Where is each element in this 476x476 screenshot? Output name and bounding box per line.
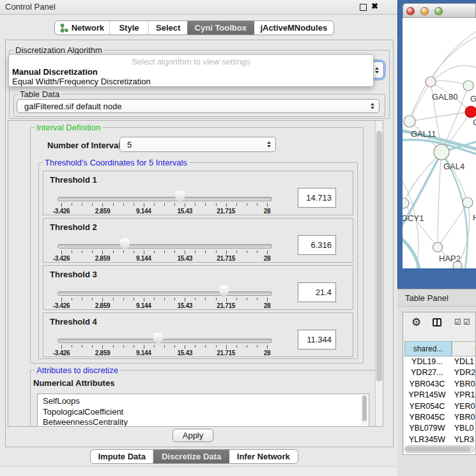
- close-icon[interactable]: ✖: [371, 1, 378, 11]
- table-row[interactable]: YLR345WYLR3: [404, 434, 476, 445]
- tick-label: 2.859: [95, 302, 111, 309]
- cell-shared-name[interactable]: YER054C: [404, 401, 450, 412]
- slider-track[interactable]: [58, 291, 272, 296]
- zoom-traffic-light[interactable]: [434, 7, 443, 15]
- threshold-value-field[interactable]: 6.316: [298, 235, 336, 255]
- slider-track[interactable]: [58, 197, 272, 201]
- tab-discretize-data[interactable]: Discretize Data: [153, 450, 229, 463]
- tick-mark: [267, 345, 268, 349]
- tab-network[interactable]: Network: [55, 21, 110, 35]
- cell-shared-name[interactable]: YLR345W: [404, 434, 450, 445]
- slider-track[interactable]: [58, 339, 272, 343]
- popup-option-equal-width-frequency[interactable]: Equal Width/Frequency Discretization: [12, 77, 151, 86]
- tick-mark: [123, 203, 124, 206]
- network-node-gal4[interactable]: [434, 144, 449, 160]
- network-node-gcy1[interactable]: [403, 198, 409, 208]
- network-node-c[interactable]: [465, 106, 476, 118]
- table-row[interactable]: YBR045CYBR0: [404, 412, 476, 423]
- tick-mark: [216, 203, 217, 206]
- cell-shared-name[interactable]: YDR27...: [404, 367, 450, 378]
- scrollbar-thumb[interactable]: [362, 395, 367, 421]
- settings-gear-icon[interactable]: ⚙: [411, 316, 421, 328]
- column-header-name[interactable]: na: [452, 341, 476, 357]
- tab-jactivemnodules[interactable]: jActiveMNodules: [254, 21, 334, 35]
- table-row[interactable]: YER054CYER0: [404, 401, 476, 412]
- table-row[interactable]: YBR043CYBR0: [404, 379, 476, 390]
- scrollbar-thumb[interactable]: [406, 447, 470, 452]
- cell-name[interactable]: YLR3: [450, 434, 476, 445]
- slider-thumb[interactable]: [219, 286, 229, 298]
- tab-label: Style: [119, 23, 139, 33]
- tab-select[interactable]: Select: [149, 21, 187, 35]
- tab-label: Network: [72, 23, 104, 33]
- tick-mark: [154, 298, 155, 300]
- tick-label: 15.43: [177, 302, 192, 309]
- slider-thumb[interactable]: [153, 333, 163, 345]
- attribute-list-item[interactable]: TopologicalCoefficient: [38, 407, 369, 418]
- minimize-traffic-light[interactable]: [420, 7, 429, 15]
- table-data-select[interactable]: galFiltered.sif default node: [17, 99, 380, 113]
- threshold-value-field[interactable]: 11.344: [298, 330, 336, 349]
- slider-thumb[interactable]: [175, 191, 185, 203]
- network-node-gal11[interactable]: [404, 116, 415, 127]
- popup-option-manual-discretization[interactable]: Manual Discretization: [12, 67, 98, 77]
- network-node[interactable]: [453, 261, 462, 268]
- threshold-value-field[interactable]: 21.4: [298, 282, 336, 302]
- horizontal-scrollbar[interactable]: [404, 445, 475, 453]
- cell-name[interactable]: YBL0: [450, 423, 476, 434]
- tick-mark: [195, 298, 196, 300]
- checkbox-icon[interactable]: ☑: [463, 318, 470, 326]
- column-header-shared-name[interactable]: shared...: [404, 341, 452, 357]
- cell-shared-name[interactable]: YBR043C: [404, 379, 450, 390]
- cell-name[interactable]: YPR1: [450, 390, 476, 401]
- float-window-icon[interactable]: [360, 4, 367, 11]
- attribute-list-item[interactable]: SelfLoops: [38, 396, 369, 407]
- network-node-hap2[interactable]: [433, 243, 443, 252]
- node-label: GAL4: [443, 162, 464, 171]
- checkbox-icon[interactable]: ☑: [454, 318, 461, 326]
- table-row[interactable]: YPR145WYPR1: [404, 390, 476, 401]
- tab-cyni-toolbox[interactable]: Cyni Toolbox: [187, 21, 254, 35]
- slider-track[interactable]: [58, 244, 272, 249]
- cell-name[interactable]: YDR2: [450, 367, 476, 378]
- tick-mark: [257, 345, 257, 348]
- network-canvas[interactable]: GAL80GACGAL11GAL4GCY1HHAP2: [403, 18, 476, 268]
- cell-shared-name[interactable]: YPR145W: [404, 390, 450, 401]
- tick-label: 21.715: [217, 208, 235, 215]
- intervals-value: 5: [127, 140, 132, 150]
- tick-mark: [257, 203, 257, 206]
- panel-scrollbar[interactable]: [375, 121, 383, 426]
- cell-name[interactable]: YBR0: [450, 412, 476, 423]
- tick-mark: [236, 203, 237, 206]
- number-of-intervals-select[interactable]: 5: [119, 137, 276, 152]
- combo-arrows-icon: [267, 141, 271, 148]
- split-view-icon[interactable]: [433, 318, 441, 326]
- cell-name[interactable]: YBR0: [450, 379, 476, 390]
- network-node-gal80[interactable]: [426, 77, 436, 87]
- scrollbar-thumb[interactable]: [376, 131, 382, 381]
- cell-name[interactable]: YER0: [450, 401, 476, 412]
- tick-label: -3.426: [53, 349, 70, 357]
- network-node-h[interactable]: [463, 197, 473, 208]
- tab-impute-data[interactable]: Impute Data: [91, 450, 153, 463]
- table-row[interactable]: YDR27...YDR2: [404, 367, 476, 378]
- threshold-value-field[interactable]: 14.713: [298, 188, 336, 208]
- list-scrollbar[interactable]: [361, 395, 368, 427]
- table-row[interactable]: YBL079WYBL0: [404, 423, 476, 434]
- close-traffic-light[interactable]: [406, 7, 415, 15]
- cell-shared-name[interactable]: YDL19...: [404, 357, 450, 367]
- cell-shared-name[interactable]: YBR045C: [404, 412, 450, 423]
- network-node-ga[interactable]: [463, 81, 473, 91]
- slider-thumb[interactable]: [120, 238, 130, 250]
- tick-label: 2.859: [95, 208, 111, 215]
- table-row[interactable]: YDL19...YDL1: [404, 357, 476, 367]
- numerical-attributes-list[interactable]: SelfLoopsTopologicalCoefficientBetweenne…: [37, 394, 369, 427]
- cell-shared-name[interactable]: YBL079W: [404, 423, 450, 434]
- apply-button[interactable]: Apply: [173, 429, 213, 442]
- cell-name[interactable]: YDL1: [450, 357, 476, 367]
- attribute-list-item[interactable]: BetweennessCentrality: [38, 417, 369, 427]
- tab-infer-network[interactable]: Infer Network: [229, 450, 298, 463]
- tick-mark: [134, 250, 134, 253]
- control-panel-titlebar: Control Panel ✖: [0, 0, 397, 15]
- tab-style[interactable]: Style: [110, 21, 150, 35]
